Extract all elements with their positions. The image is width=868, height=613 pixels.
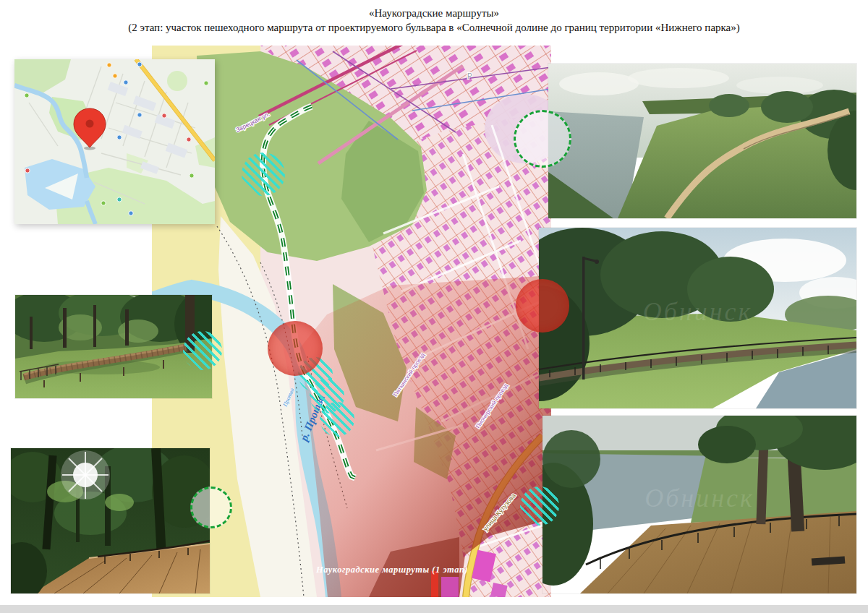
photo-middle-left-art <box>15 295 212 398</box>
title-line-2: (2 этап: участок пешеходного маршрута от… <box>0 20 868 35</box>
photo-middle-right-art <box>539 228 856 408</box>
photo-forest-boardwalk-render <box>11 448 210 593</box>
photo-bridge-walkway-render: Обнинск <box>539 228 856 408</box>
photo-walkway-lakeside-render <box>548 64 856 218</box>
attention-zone-marker <box>268 321 323 376</box>
title-line-1: «Наукоградские маршруты» <box>0 6 868 20</box>
highlight-zone-marker <box>242 153 285 196</box>
location-inset-art <box>14 59 215 224</box>
photo-top-right-art <box>548 64 856 218</box>
attention-zone-marker <box>516 279 569 333</box>
photo-bottom-left-art <box>11 448 210 593</box>
highlight-zone-marker <box>320 402 354 437</box>
parking-label: Р <box>467 72 472 80</box>
viewpoint-circle-marker <box>190 486 232 528</box>
page-bottom-edge <box>0 605 868 613</box>
project-board-page: «Наукоградские маршруты» (2 этап: участо… <box>0 0 868 613</box>
location-inset-map <box>14 59 215 224</box>
photo-bottom-right-art <box>542 416 856 593</box>
photo-park-boardwalk-render <box>15 295 212 398</box>
highlight-zone-marker <box>183 331 222 370</box>
highlight-zone-marker <box>520 486 559 526</box>
stage1-area-label: Наукоградские маршруты (1 этап) <box>315 565 468 575</box>
viewpoint-circle-marker <box>514 110 571 168</box>
photo-deck-platform-render: Обнинск <box>542 416 856 593</box>
page-title: «Наукоградские маршруты» (2 этап: участо… <box>0 6 868 35</box>
